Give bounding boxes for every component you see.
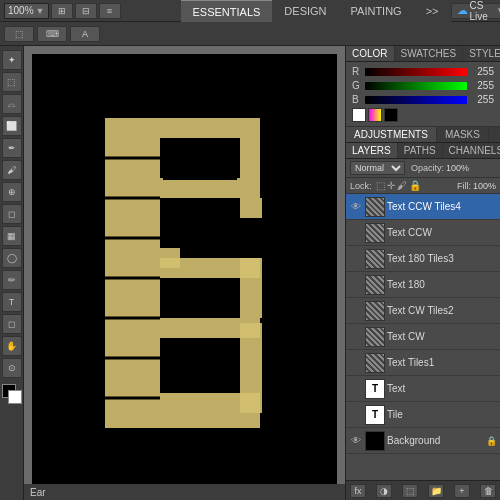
tab-swatches[interactable]: SWATCHES (395, 46, 464, 61)
layer-thumb-2 (365, 249, 385, 269)
toolbar-icon-1[interactable]: ⊞ (51, 3, 73, 19)
right-panel: COLOR SWATCHES STYLES R 255 G 255 B 255 (345, 46, 500, 500)
layer-lock-icon-9: 🔒 (486, 436, 497, 446)
tool-eraser[interactable]: ◻ (2, 204, 22, 224)
layer-item-8[interactable]: 👁 T Tile (346, 402, 500, 428)
tool-pen[interactable]: ✏ (2, 270, 22, 290)
layer-item-5[interactable]: 👁 Text CW (346, 324, 500, 350)
layer-eye-0[interactable]: 👁 (349, 200, 363, 214)
layer-thumb-0 (365, 197, 385, 217)
swatch-white[interactable] (352, 108, 366, 122)
tool-gradient[interactable]: ▦ (2, 226, 22, 246)
cs-live-icon: ☁ (457, 4, 468, 17)
layer-item-3[interactable]: 👁 Text 180 (346, 272, 500, 298)
layer-thumb-3 (365, 275, 385, 295)
svg-rect-2 (160, 118, 240, 138)
canvas-content (85, 108, 285, 438)
cs-live-button[interactable]: ☁ CS Live ▼ (451, 3, 500, 19)
lock-icon-all[interactable]: 🔒 (409, 180, 421, 191)
svg-rect-12 (160, 413, 260, 428)
toolbar-icon-2[interactable]: ⊟ (75, 3, 97, 19)
svg-rect-4 (160, 178, 260, 198)
fill-value: 100% (473, 181, 496, 191)
tab-masks[interactable]: MASKS (437, 127, 489, 142)
swatch-black[interactable] (384, 108, 398, 122)
tab-essentials[interactable]: ESSENTIALS (181, 0, 273, 22)
options-icon-1[interactable]: ⬚ (4, 26, 34, 42)
adjustments-tabs: ADJUSTMENTS MASKS (346, 127, 500, 143)
opacity-label: Opacity: (411, 163, 444, 173)
tab-layers[interactable]: LAYERS (346, 143, 398, 158)
layer-item-6[interactable]: 👁 Text Tiles1 (346, 350, 500, 376)
slider-r[interactable] (365, 68, 467, 76)
options-icon-2[interactable]: ⌨ (37, 26, 67, 42)
layer-name-8: Tile (387, 409, 497, 420)
tool-brush[interactable]: 🖌 (2, 160, 22, 180)
lock-icon-position[interactable]: ✛ (387, 180, 395, 191)
svg-rect-5 (240, 198, 262, 218)
layers-btn-fx[interactable]: fx (350, 484, 366, 498)
layer-item-7[interactable]: 👁 T Text (346, 376, 500, 402)
layer-item-1[interactable]: 👁 Text CCW (346, 220, 500, 246)
tool-move[interactable]: ✦ (2, 50, 22, 70)
layer-thumb-9 (365, 431, 385, 451)
slider-b[interactable] (365, 96, 467, 104)
document-label-bar: Ear (24, 484, 345, 500)
color-sliders-section: R 255 G 255 B 255 (346, 62, 500, 127)
layer-item-0[interactable]: 👁 Text CCW Tiles4 (346, 194, 500, 220)
tool-lasso[interactable]: ⌓ (2, 94, 22, 114)
tool-crop[interactable]: ⬜ (2, 116, 22, 136)
swatch-gradient[interactable] (368, 108, 382, 122)
fill-label: Fill: (457, 181, 471, 191)
tab-painting[interactable]: PAINTING (339, 0, 414, 22)
layers-btn-trash[interactable]: 🗑 (480, 484, 496, 498)
svg-rect-3 (240, 118, 260, 178)
toolbox: ✦ ⬚ ⌓ ⬜ ✒ 🖌 ⊕ ◻ ▦ ◯ ✏ T ◻ ✋ ⊙ (0, 46, 24, 500)
options-icon-3[interactable]: A (70, 26, 100, 42)
layer-item-9[interactable]: 👁 Background 🔒 (346, 428, 500, 454)
lock-icon-transparent[interactable]: ⬚ (376, 180, 385, 191)
zoom-arrow[interactable]: ▼ (36, 6, 45, 16)
label-b: B (352, 94, 362, 105)
foreground-background-colors[interactable] (2, 384, 22, 404)
cs-live-arrow: ▼ (496, 6, 500, 15)
tab-adjustments[interactable]: ADJUSTMENTS (346, 127, 437, 142)
tool-clone[interactable]: ⊕ (2, 182, 22, 202)
value-b: 255 (470, 94, 494, 105)
lock-icon-paint[interactable]: 🖌 (397, 180, 407, 191)
tab-paths[interactable]: PATHS (398, 143, 443, 158)
toolbar-icon-3[interactable]: ≡ (99, 3, 121, 19)
tool-dodge[interactable]: ◯ (2, 248, 22, 268)
zoom-value: 100% (8, 5, 34, 16)
blend-mode-select[interactable]: Normal (350, 161, 405, 175)
layers-btn-mask[interactable]: ⬚ (402, 484, 418, 498)
layer-item-4[interactable]: 👁 Text CW Tiles2 (346, 298, 500, 324)
slider-g[interactable] (365, 82, 467, 90)
layer-eye-9[interactable]: 👁 (349, 434, 363, 448)
color-swatches (352, 108, 494, 122)
tool-text[interactable]: T (2, 292, 22, 312)
canvas-area[interactable]: Ear (24, 46, 345, 500)
tab-design[interactable]: DESIGN (272, 0, 338, 22)
tool-zoom[interactable]: ⊙ (2, 358, 22, 378)
layers-btn-adj[interactable]: ◑ (376, 484, 392, 498)
tool-eyedropper[interactable]: ✒ (2, 138, 22, 158)
layer-name-5: Text CW (387, 331, 497, 342)
tool-hand[interactable]: ✋ (2, 336, 22, 356)
tab-color[interactable]: COLOR (346, 46, 395, 61)
layers-btn-folder[interactable]: 📁 (428, 484, 444, 498)
layer-item-2[interactable]: 👁 Text 180 Tiles3 (346, 246, 500, 272)
zoom-control[interactable]: 100% ▼ (4, 3, 49, 19)
tab-more[interactable]: >> (414, 0, 451, 22)
top-bar-right: ☁ CS Live ▼ – □ × (451, 3, 500, 19)
layers-blend-opacity: Normal Opacity: 100% (346, 159, 500, 178)
layer-thumb-7: T (365, 379, 385, 399)
workspace-tabs: ESSENTIALS DESIGN PAINTING >> (181, 0, 451, 22)
tool-shape[interactable]: ◻ (2, 314, 22, 334)
tab-channels[interactable]: CHANNELS (443, 143, 500, 158)
color-panel-tabs: COLOR SWATCHES STYLES (346, 46, 500, 62)
tab-styles[interactable]: STYLES (463, 46, 500, 61)
tool-select[interactable]: ⬚ (2, 72, 22, 92)
options-bar: ⬚ ⌨ A (0, 22, 500, 46)
layers-btn-new[interactable]: + (454, 484, 470, 498)
